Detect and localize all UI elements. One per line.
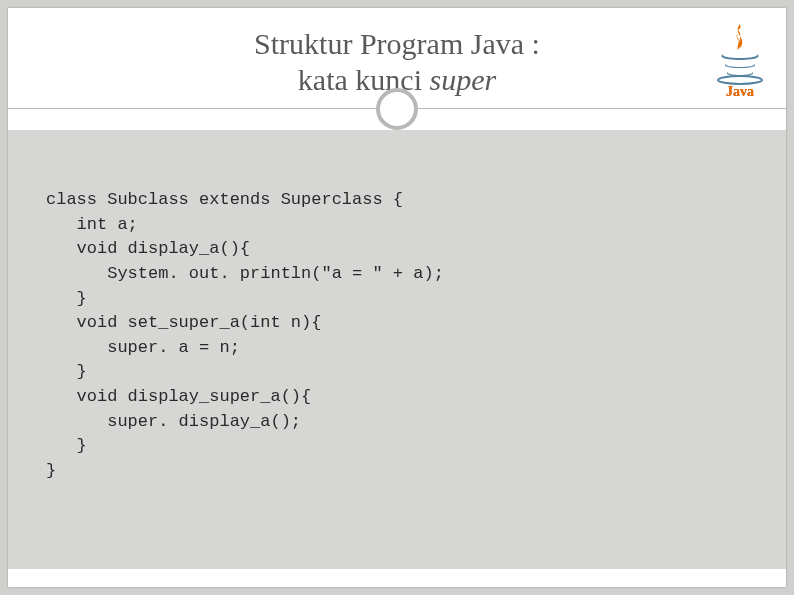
title-line2-italic: super	[429, 63, 496, 96]
slide-header: Struktur Program Java : kata kunci super	[8, 8, 786, 109]
circle-decoration	[376, 88, 418, 130]
content-area: class Subclass extends Superclass { int …	[8, 130, 786, 569]
code-l5: }	[46, 289, 87, 308]
code-l7: super. a = n;	[46, 338, 240, 357]
svg-text:Java: Java	[726, 84, 754, 99]
code-l8: }	[46, 362, 87, 381]
title-line2-prefix: kata kunci	[298, 63, 430, 96]
code-l4: System. out. println("a = " + a);	[46, 264, 444, 283]
slide: Java Java Struktur Program Java : kata k…	[8, 8, 786, 587]
title-line1: Struktur Program Java :	[254, 27, 540, 60]
code-l12: }	[46, 461, 56, 480]
code-l3: void display_a(){	[46, 239, 250, 258]
code-l10: super. display_a();	[46, 412, 301, 431]
code-l11: }	[46, 436, 87, 455]
code-l9: void display_super_a(){	[46, 387, 311, 406]
svg-point-0	[718, 76, 762, 84]
code-block: class Subclass extends Superclass { int …	[46, 188, 444, 484]
java-logo: Java Java	[708, 20, 772, 100]
code-l1: class Subclass extends Superclass {	[46, 190, 403, 209]
code-l6: void set_super_a(int n){	[46, 313, 321, 332]
code-l2: int a;	[46, 215, 138, 234]
